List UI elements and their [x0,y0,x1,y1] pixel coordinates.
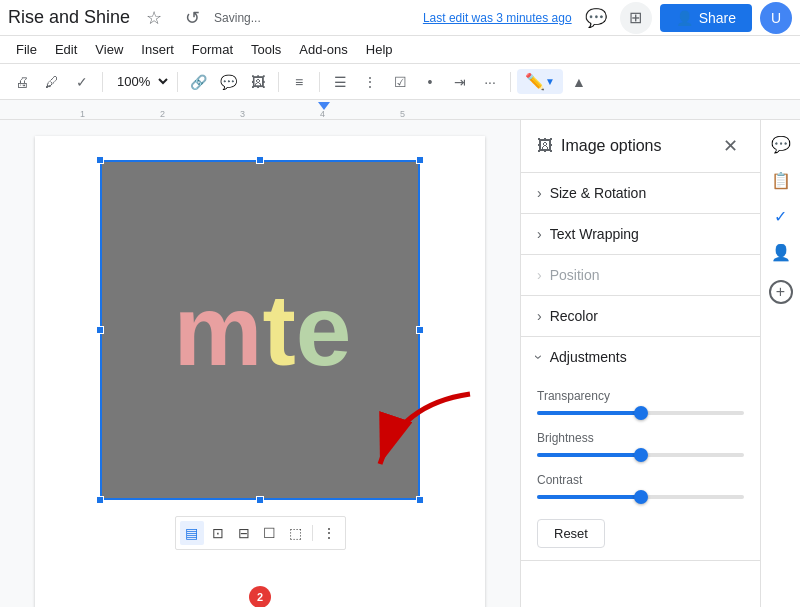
transparency-thumb[interactable] [634,406,648,420]
handle-top-right[interactable] [416,156,424,164]
selected-image[interactable]: m t e [100,160,420,500]
print-button[interactable]: 🖨 [8,68,36,96]
layers-icon-button[interactable]: 📋 [765,164,797,196]
panel-header: 🖼 Image options ✕ [521,120,760,173]
collapse-toolbar-button[interactable]: ▲ [565,68,593,96]
list-button[interactable]: ☰ [326,68,354,96]
handle-middle-left[interactable] [96,326,104,334]
handle-bottom-right[interactable] [416,496,424,504]
contrast-fill [537,495,641,499]
bullet-list-button[interactable]: • [416,68,444,96]
doc-icons: ☆ ↺ Saving... [138,2,261,34]
handle-top-left[interactable] [96,156,104,164]
behind-text-button[interactable]: ☐ [258,521,282,545]
handle-bottom-center[interactable] [256,496,264,504]
chat-icon-button[interactable]: 💬 [765,128,797,160]
spell-check-button[interactable]: ✓ [68,68,96,96]
history-button[interactable]: ↺ [176,2,208,34]
break-text-button[interactable]: ⊟ [232,521,256,545]
share-label: Share [699,10,736,26]
panel-close-button[interactable]: ✕ [716,132,744,160]
more-button[interactable]: ··· [476,68,504,96]
page-number-badge: 2 [249,586,271,607]
contrast-track [537,495,744,499]
last-edit-text[interactable]: Last edit was 3 minutes ago [423,11,572,25]
wrap-text-button[interactable]: ⊡ [206,521,230,545]
ruler: 1 2 3 4 5 [0,100,800,120]
menu-format[interactable]: Format [184,38,241,61]
star-button[interactable]: ☆ [138,2,170,34]
brightness-group: Brightness [537,431,744,457]
image-options-panel: 🖼 Image options ✕ › Size & Rotation › Te… [520,120,760,607]
text-wrapping-chevron: › [537,226,542,242]
position-header: › Position [521,255,760,295]
adjustments-chevron: › [531,355,547,360]
main-area: m t e ▤ ⊡ ⊟ ☐ [0,120,800,607]
size-rotation-chevron: › [537,185,542,201]
recolor-chevron: › [537,308,542,324]
brightness-track [537,453,744,457]
menu-addons[interactable]: Add-ons [291,38,355,61]
recolor-label: Recolor [550,308,598,324]
top-bar: Rise and Shine ☆ ↺ Saving... Last edit w… [0,0,800,36]
handle-bottom-left[interactable] [96,496,104,504]
toolbar-separator-3 [278,72,279,92]
document-area: m t e ▤ ⊡ ⊟ ☐ [0,120,520,607]
menu-help[interactable]: Help [358,38,401,61]
transparency-fill [537,411,641,415]
zoom-select[interactable]: 100% [109,71,171,92]
size-rotation-label: Size & Rotation [550,185,647,201]
align-button[interactable]: ≡ [285,68,313,96]
page-number: 2 [257,591,263,603]
menu-file[interactable]: File [8,38,45,61]
brightness-label: Brightness [537,431,744,445]
image-alignment-toolbar: ▤ ⊡ ⊟ ☐ ⬚ ⋮ [175,516,346,550]
pen-button[interactable]: ✏️ ▼ [517,69,563,94]
text-wrapping-label: Text Wrapping [550,226,639,242]
comment-button[interactable]: 💬 [214,68,242,96]
handle-top-center[interactable] [256,156,264,164]
saving-status: Saving... [214,11,261,25]
text-wrapping-section: › Text Wrapping [521,214,760,255]
link-button[interactable]: 🔗 [184,68,212,96]
add-button[interactable]: + [769,280,793,304]
image-container[interactable]: m t e [100,160,420,500]
present-button[interactable]: ⊞ [620,2,652,34]
numbered-list-button[interactable]: ⋮ [356,68,384,96]
menu-bar: File Edit View Insert Format Tools Add-o… [0,36,800,64]
brightness-thumb[interactable] [634,448,648,462]
size-rotation-header[interactable]: › Size & Rotation [521,173,760,213]
size-rotation-section: › Size & Rotation [521,173,760,214]
avatar: U [760,2,792,34]
top-right-actions: Last edit was 3 minutes ago 💬 ⊞ 👤 Share … [423,2,792,34]
transparency-group: Transparency [537,389,744,415]
adjustments-header[interactable]: › Adjustments [521,337,760,377]
toolbar-separator-4 [319,72,320,92]
in-front-text-button[interactable]: ⬚ [284,521,308,545]
img-tb-separator [312,525,313,541]
doc-title: Rise and Shine [8,7,130,28]
menu-view[interactable]: View [87,38,131,61]
check-icon-button[interactable]: ✓ [765,200,797,232]
menu-insert[interactable]: Insert [133,38,182,61]
person-icon-button[interactable]: 👤 [765,236,797,268]
share-button[interactable]: 👤 Share [660,4,752,32]
paint-format-button[interactable]: 🖊 [38,68,66,96]
more-options-button[interactable]: ⋮ [317,521,341,545]
reset-button[interactable]: Reset [537,519,605,548]
handle-middle-right[interactable] [416,326,424,334]
comment-button[interactable]: 💬 [580,2,612,34]
menu-edit[interactable]: Edit [47,38,85,61]
image-button[interactable]: 🖼 [244,68,272,96]
checklist-button[interactable]: ☑ [386,68,414,96]
contrast-thumb[interactable] [634,490,648,504]
right-sidebar: 💬 📋 ✓ 👤 + [760,120,800,607]
menu-tools[interactable]: Tools [243,38,289,61]
brightness-fill [537,453,641,457]
toolbar-separator-2 [177,72,178,92]
recolor-header[interactable]: › Recolor [521,296,760,336]
adjustments-content: Transparency Brightness Cont [521,377,760,560]
text-wrapping-header[interactable]: › Text Wrapping [521,214,760,254]
indent-button[interactable]: ⇥ [446,68,474,96]
align-inline-button[interactable]: ▤ [180,521,204,545]
